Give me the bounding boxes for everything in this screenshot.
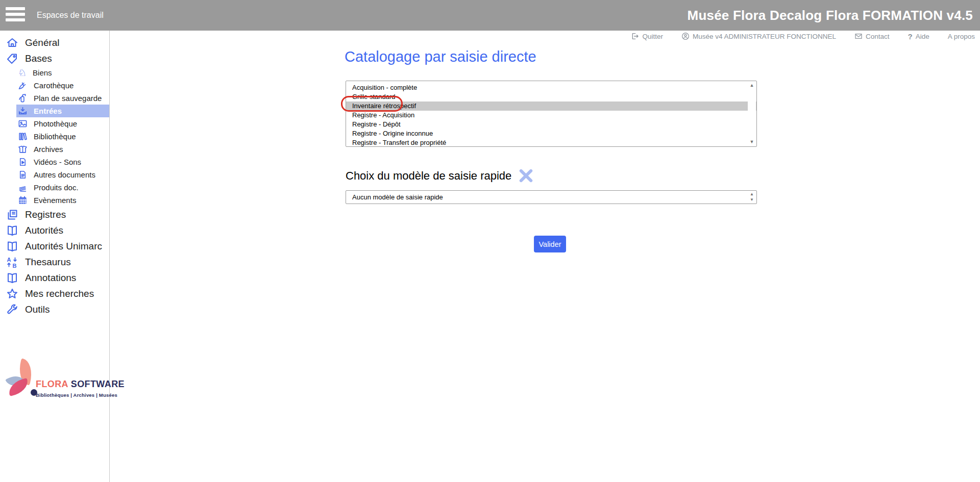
sidebar-item-autorites[interactable]: Autorités xyxy=(0,222,109,238)
sidebar-item-autres-documents[interactable]: Autres documents xyxy=(0,168,109,181)
sidebar-item-label: Bibliothèque xyxy=(34,132,76,141)
sidebar-item-outils[interactable]: Outils xyxy=(0,301,109,317)
utility-link-label: Musée v4 ADMINISTRATEUR FONCTIONNEL xyxy=(693,33,836,40)
library-books-icon xyxy=(18,132,28,141)
sidebar-item-evenements[interactable]: Evènements xyxy=(0,194,109,207)
sidebar-item-bibliotheque[interactable]: Bibliothèque xyxy=(0,130,109,143)
utility-link-user-session[interactable]: Musée v4 ADMINISTRATEUR FONCTIONNEL xyxy=(681,32,836,40)
butterfly-logo-icon xyxy=(4,360,36,400)
listbox-option[interactable]: Acquisition - complète xyxy=(346,83,756,92)
sidebar-item-produits-doc[interactable]: Produits doc. xyxy=(0,181,109,194)
sidebar-item-label: Mes recherches xyxy=(25,288,94,299)
logo-brand-secondary: SOFTWARE xyxy=(71,379,125,389)
sidebar-item-label: Evènements xyxy=(34,196,76,205)
listbox-option[interactable]: Registre - Origine inconnue xyxy=(346,129,756,138)
logo-tagline: Bibliothèques | Archives | Musées xyxy=(36,392,125,398)
workspaces-link[interactable]: Espaces de travail xyxy=(37,0,104,31)
tag-icon xyxy=(6,53,18,65)
menu-icon[interactable] xyxy=(6,7,25,23)
fire-extinguisher-icon xyxy=(18,93,28,103)
sidebar-nav: GénéralBases♘BiensCarothèquePlan de sauv… xyxy=(0,35,109,317)
sidebar-item-registres[interactable]: Registres xyxy=(0,207,109,222)
sidebar-item-label: Autres documents xyxy=(34,170,95,179)
video-file-icon xyxy=(18,157,28,167)
entry-grid-listbox[interactable]: Acquisition - complèteGrille standardInv… xyxy=(346,81,757,147)
utility-link-aide[interactable]: ?Aide xyxy=(908,32,929,41)
utility-link-quitter[interactable]: Quitter xyxy=(631,32,663,40)
listbox-option[interactable]: Registre - Dépôt xyxy=(346,120,756,129)
registers-icon xyxy=(6,209,18,221)
utility-link-label: A propos xyxy=(948,33,975,40)
listbox-option[interactable]: Registre - Acquisition xyxy=(346,111,756,120)
document-icon xyxy=(18,170,28,180)
wrench-icon xyxy=(6,303,18,316)
sidebar-item-label: Autorités Unimarc xyxy=(25,241,102,252)
quick-model-scrollbar[interactable]: ▲ ▼ xyxy=(748,191,756,203)
quick-model-heading: Choix du modèle de saisie rapide xyxy=(346,169,511,183)
sidebar-item-label: Biens xyxy=(33,68,52,77)
scroll-up-icon[interactable]: ▲ xyxy=(750,192,754,196)
clear-x-icon[interactable] xyxy=(519,168,533,183)
utility-link-label: Contact xyxy=(866,33,890,40)
listbox-scrollbar[interactable]: ▲ ▼ xyxy=(748,82,756,146)
sidebar-item-label: Bases xyxy=(25,53,52,64)
sidebar-item-label: Général xyxy=(25,37,60,48)
listbox-option[interactable]: Registre - Transfert de propriété xyxy=(346,138,756,147)
user-circle-icon xyxy=(681,32,690,40)
question-icon: ? xyxy=(908,32,913,41)
archive-box-icon xyxy=(18,144,28,154)
logout-icon xyxy=(631,32,639,40)
valider-button[interactable]: Valider xyxy=(534,236,566,252)
sidebar-item-biens[interactable]: ♘Biens xyxy=(0,66,109,79)
listbox-option[interactable]: Grille standard xyxy=(346,92,756,102)
utility-link-contact[interactable]: Contact xyxy=(854,32,890,40)
logo-brand-primary: FLORA xyxy=(36,379,68,389)
flora-software-logo: FLORA SOFTWARE Bibliothèques | Archives … xyxy=(3,360,106,402)
sidebar-item-annotations[interactable]: Annotations xyxy=(0,270,109,286)
sidebar-item-label: Carothèque xyxy=(34,81,74,90)
sidebar-item-thesaurus[interactable]: ABThesaurus xyxy=(0,254,109,270)
sidebar-item-label: Produits doc. xyxy=(34,183,79,192)
sidebar-item-general[interactable]: Général xyxy=(0,35,109,50)
sort-alpha-icon: AB xyxy=(6,256,18,268)
svg-text:B: B xyxy=(13,263,17,268)
quick-model-heading-row: Choix du modèle de saisie rapide xyxy=(346,168,533,183)
sidebar-item-label: Vidéos - Sons xyxy=(34,158,81,166)
page: Espaces de travail Musée Flora Decalog F… xyxy=(0,0,980,482)
photo-icon xyxy=(18,119,28,129)
quick-model-select[interactable]: Aucun modèle de saisie rapide ▲ ▼ xyxy=(346,190,757,204)
sidebar-item-videos-sons[interactable]: Vidéos - Sons xyxy=(0,156,109,168)
app-title: Musée Flora Decalog Flora FORMATION v4.5 xyxy=(688,0,973,31)
sidebar-item-label: Plan de sauvegarde xyxy=(34,94,102,103)
menu-bar xyxy=(6,7,25,10)
sidebar-item-label: Autorités xyxy=(25,225,63,236)
utility-link-label: Aide xyxy=(916,33,929,40)
sidebar-item-autorites-unimarc[interactable]: Autorités Unimarc xyxy=(0,238,109,254)
utility-bar: QuitterMusée v4 ADMINISTRATEUR FONCTIONN… xyxy=(631,31,975,41)
page-title: Catalogage par saisie directe xyxy=(345,48,536,65)
svg-text:A: A xyxy=(7,257,11,263)
sidebar-item-label: Photothèque xyxy=(34,119,77,128)
sidebar-item-carotheque[interactable]: Carothèque xyxy=(0,79,109,92)
star-icon xyxy=(6,288,18,300)
scroll-up-icon[interactable]: ▲ xyxy=(750,83,754,88)
sidebar-item-label: Annotations xyxy=(25,272,76,284)
menu-bar xyxy=(6,13,25,16)
sidebar-item-bases[interactable]: Bases xyxy=(0,50,109,66)
listbox-option[interactable]: Inventaire rétrospectif xyxy=(346,102,756,111)
mail-icon xyxy=(854,32,863,40)
utility-link-a-propos[interactable]: A propos xyxy=(948,33,975,40)
scroll-down-icon[interactable]: ▼ xyxy=(750,198,754,202)
top-bar: Espaces de travail Musée Flora Decalog F… xyxy=(0,0,980,31)
scroll-down-icon[interactable]: ▼ xyxy=(750,140,754,144)
sidebar-item-phototheque[interactable]: Photothèque xyxy=(0,117,109,130)
utility-link-label: Quitter xyxy=(642,33,663,40)
menu-bar xyxy=(6,18,25,21)
sidebar-item-plan-de-sauvegarde[interactable]: Plan de sauvegarde xyxy=(0,92,109,105)
sidebar-item-archives[interactable]: Archives xyxy=(0,143,109,156)
paper-stack-icon xyxy=(18,183,28,192)
home-icon xyxy=(6,37,18,49)
sidebar: GénéralBases♘BiensCarothèquePlan de sauv… xyxy=(0,31,110,482)
sidebar-item-mes-recherches[interactable]: Mes recherches xyxy=(0,286,109,301)
sidebar-item-entrees[interactable]: Entrées xyxy=(16,105,109,117)
